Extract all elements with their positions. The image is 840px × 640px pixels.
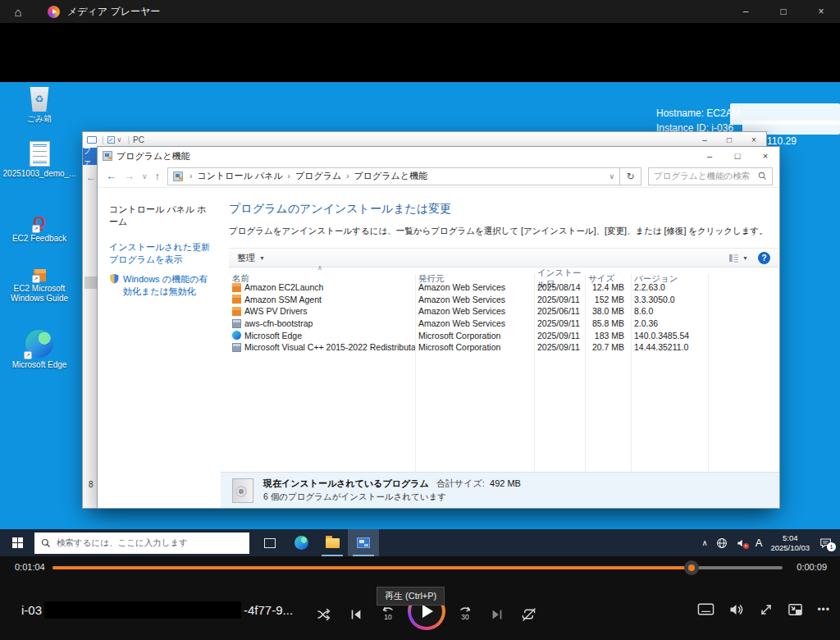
- nav-history-icon[interactable]: ∨: [142, 172, 148, 181]
- taskbar-control-panel[interactable]: [348, 529, 379, 556]
- pw-main: プログラムのアンインストールまたは変更 プログラムをアンインストールするには、一…: [221, 188, 779, 508]
- video-frame[interactable]: ♻ ごみ箱 20251003_demo_... Q ↗ EC2 Feedback…: [0, 82, 840, 556]
- desktop-icon-ec2-guide[interactable]: ↗ EC2 Microsoft Windows Guide: [5, 269, 74, 304]
- pw-sidebar: コントロール パネル ホーム インストールされた更新プログラムを表示 Windo…: [98, 188, 221, 508]
- shortcut-arrow-icon: ↗: [32, 275, 40, 283]
- ime-indicator[interactable]: A: [756, 537, 763, 549]
- shuffle-icon: [316, 606, 332, 623]
- qat-dropdown-icon[interactable]: ∨: [117, 136, 122, 144]
- aws-package-icon: [232, 283, 241, 292]
- start-button[interactable]: [0, 529, 34, 556]
- skip-forward-30-button[interactable]: 30: [453, 602, 477, 627]
- sidebar-item-windows-features[interactable]: Windows の機能の有効化または無効化: [109, 273, 212, 298]
- sidebar-item-home[interactable]: コントロール パネル ホーム: [109, 203, 212, 228]
- minimize-icon: –: [743, 6, 749, 17]
- player-controls: 0:01:04 0:00:09 i-03 -4f77-9... 再生 (Ctrl…: [0, 556, 840, 640]
- breadcrumb-programs-features[interactable]: プログラムと機能: [354, 170, 428, 182]
- captions-icon[interactable]: [697, 602, 714, 617]
- taskbar-search-input[interactable]: 検索するには、ここに入力します: [34, 533, 249, 554]
- pw-close[interactable]: ×: [751, 151, 779, 161]
- taskbar-file-explorer[interactable]: [317, 529, 348, 556]
- hostname-text: Hostname: EC2AM: [656, 107, 741, 119]
- breadcrumb-control-panel[interactable]: コントロール パネル: [197, 170, 282, 182]
- seek-progress: [52, 566, 692, 569]
- pw-titlebar[interactable]: プログラムと機能 – □ ×: [98, 147, 779, 165]
- breadcrumb-programs[interactable]: プログラム: [295, 170, 341, 182]
- help-button[interactable]: ?: [758, 252, 770, 264]
- desktop-icon-recycle-bin[interactable]: ♻ ごみ箱: [5, 87, 74, 124]
- volume-icon[interactable]: [728, 602, 745, 617]
- view-caret-icon[interactable]: ▼: [742, 255, 748, 261]
- program-row[interactable]: aws-cfn-bootstrap Amazon Web Services 20…: [229, 318, 779, 330]
- maximize-button[interactable]: □: [765, 0, 802, 23]
- more-options-button[interactable]: •••: [817, 604, 830, 615]
- pw-minimize[interactable]: –: [696, 151, 724, 161]
- checkbox-icon[interactable]: ✓: [107, 136, 115, 144]
- mute-badge: ×: [743, 543, 749, 549]
- desktop-icon-edge[interactable]: ↗ Microsoft Edge: [5, 330, 74, 370]
- computer-icon: [87, 136, 97, 144]
- program-row[interactable]: Amazon SSM Agent Amazon Web Services 202…: [229, 294, 779, 306]
- task-view-button[interactable]: [254, 529, 285, 556]
- column-headers: 名前 発行元 インストール日 サイズ バージョン: [229, 267, 779, 281]
- shuffle-button[interactable]: [312, 602, 336, 627]
- nav-forward-icon[interactable]: →: [124, 170, 135, 182]
- ip-fragment-text: 110.29: [767, 135, 797, 147]
- home-button[interactable]: ⌂: [0, 0, 36, 23]
- miniplayer-icon[interactable]: [788, 602, 803, 617]
- breadcrumb[interactable]: › コントロール パネル › プログラム › プログラムと機能 ∨: [167, 167, 620, 185]
- shortcut-arrow-icon: ↗: [24, 351, 32, 359]
- windows-taskbar: 検索するには、ここに入力します ∧ × A 5:04 2025/10/03: [0, 529, 840, 556]
- nav-back-icon[interactable]: ←: [106, 170, 116, 182]
- explorer-back-icon[interactable]: ←: [86, 171, 96, 183]
- fullscreen-icon[interactable]: [759, 602, 774, 617]
- svg-text:30: 30: [461, 613, 469, 621]
- minimize-button[interactable]: –: [727, 0, 765, 23]
- program-row[interactable]: Microsoft Edge Microsoft Corporation 202…: [229, 329, 779, 341]
- page-description: プログラムをアンインストールするには、一覧からプログラムを選択して [アンインス…: [229, 226, 779, 237]
- close-button[interactable]: ×: [802, 0, 840, 23]
- home-icon: ⌂: [14, 5, 21, 19]
- previous-icon: [349, 607, 363, 622]
- search-icon: [758, 171, 767, 181]
- network-globe-icon[interactable]: [716, 537, 728, 549]
- skip-back-10-button[interactable]: 10: [376, 602, 400, 627]
- pw-search-input[interactable]: プログラムと機能の検索: [648, 167, 773, 185]
- nav-up-icon[interactable]: ↑: [155, 170, 161, 182]
- taskbar-edge[interactable]: [285, 529, 317, 556]
- pw-maximize[interactable]: □: [724, 151, 751, 161]
- repeat-off-button[interactable]: [517, 602, 541, 627]
- software-disc-icon: [232, 478, 253, 503]
- skip-back-10-icon: 10: [379, 606, 397, 624]
- status-bar: 現在インストールされているプログラム 合計サイズ: 492 MB 6 個のプログ…: [221, 472, 779, 508]
- explorer-close[interactable]: ×: [742, 135, 766, 144]
- program-row[interactable]: Amazon EC2Launch Amazon Web Services 202…: [229, 281, 779, 294]
- redaction-box: [44, 601, 241, 619]
- explorer-maximize[interactable]: □: [717, 135, 742, 144]
- organize-button[interactable]: 整理: [237, 252, 255, 264]
- desktop-icon-demo-file[interactable]: 20251003_demo_...: [5, 141, 74, 179]
- list-view-icon[interactable]: [728, 254, 739, 263]
- notification-button[interactable]: 1: [819, 537, 832, 549]
- program-row[interactable]: AWS PV Drivers Amazon Web Services 2025/…: [229, 305, 779, 318]
- installer-icon: [232, 343, 241, 352]
- total-size-value: 492 MB: [490, 478, 521, 488]
- refresh-button[interactable]: ↻: [620, 167, 641, 185]
- next-button[interactable]: [485, 602, 509, 627]
- taskbar-clock[interactable]: 5:04 2025/10/03: [770, 533, 810, 553]
- hidden-icons-chevron[interactable]: ∧: [701, 538, 707, 547]
- windows-logo-icon: [12, 537, 23, 548]
- volume-muted-button[interactable]: ×: [736, 537, 747, 549]
- program-row[interactable]: Microsoft Visual C++ 2015-2022 Redistrib…: [229, 341, 779, 354]
- desktop-icon-ec2-feedback[interactable]: Q ↗ EC2 Feedback: [5, 213, 74, 244]
- aws-package-icon: [232, 307, 241, 316]
- previous-button[interactable]: [344, 602, 368, 627]
- sidebar-item-updates[interactable]: インストールされた更新プログラムを表示: [109, 241, 212, 266]
- address-dropdown-icon[interactable]: ∨: [609, 172, 614, 181]
- seek-handle[interactable]: [684, 560, 699, 575]
- seek-bar[interactable]: [52, 566, 783, 569]
- search-icon: [41, 538, 51, 548]
- explorer-minimize[interactable]: –: [692, 135, 717, 144]
- control-panel-icon: [103, 151, 112, 161]
- pw-navbar: ← → ∨ ↑ › コントロール パネル › プログラム › プログラムと機能 …: [98, 165, 779, 188]
